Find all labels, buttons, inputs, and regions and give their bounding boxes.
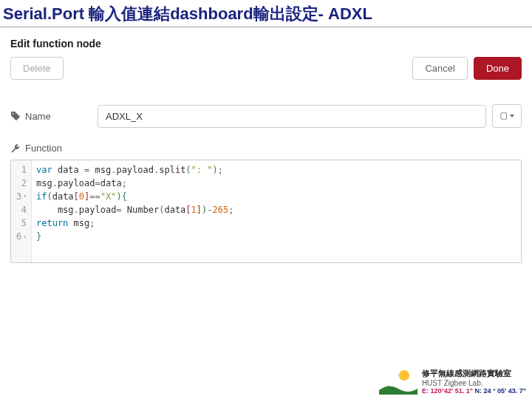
gutter-line: 4 <box>14 203 27 216</box>
edit-function-dialog: Edit function node Delete Cancel Done Na… <box>0 27 532 263</box>
name-row: Name <box>10 104 522 128</box>
caret-down-icon <box>510 115 514 117</box>
coord-east: E: 120°42' 51. 1" <box>422 387 473 395</box>
lab-logo-icon <box>379 366 417 395</box>
lab-name-zh: 修平無線感測網路實驗室 <box>422 368 526 379</box>
lab-coordinates: E: 120°42' 51. 1" N: 24 ° 05' 43. 7" <box>422 387 526 395</box>
coord-north: N: 24 ° 05' 43. 7" <box>474 387 526 395</box>
fold-icon[interactable]: ▾ <box>23 190 27 203</box>
book-icon <box>499 112 508 120</box>
code-line[interactable]: var data = msg.payload.split(": "); <box>36 163 516 177</box>
name-label-text: Name <box>25 111 51 122</box>
code-line[interactable]: if(data[0]=="X"){ <box>36 190 516 203</box>
delete-button[interactable]: Delete <box>10 57 64 80</box>
lab-name-en: HUST Zigbee Lab. <box>422 379 526 387</box>
gutter-line: 2 <box>14 177 27 190</box>
function-label-text: Function <box>25 143 62 154</box>
gutter-line: 5 <box>14 216 27 230</box>
code-line[interactable]: msg.payload=data; <box>36 177 516 190</box>
gutter-line: 3▾ <box>14 190 27 203</box>
library-button[interactable] <box>492 104 522 128</box>
slide-title: Serial.Port 輸入值連結dashboard輸出設定- ADXL <box>0 0 532 27</box>
code-line[interactable]: } <box>36 230 516 243</box>
gutter-line: 6▴ <box>14 230 27 243</box>
dialog-button-row: Delete Cancel Done <box>10 57 522 91</box>
editor-gutter: 123▾456▴ <box>11 160 32 262</box>
dialog-header: Edit function node <box>10 32 522 57</box>
code-editor[interactable]: 123▾456▴ var data = msg.payload.split(":… <box>10 160 522 263</box>
function-label: Function <box>10 143 92 154</box>
footer: 修平無線感測網路實驗室 HUST Zigbee Lab. E: 120°42' … <box>379 366 526 395</box>
gutter-line: 1 <box>14 163 27 177</box>
fold-icon[interactable]: ▴ <box>23 230 27 243</box>
code-line[interactable]: msg.payload= Number(data[1])-265; <box>36 203 516 216</box>
cancel-button[interactable]: Cancel <box>412 57 467 80</box>
done-button[interactable]: Done <box>474 57 522 80</box>
name-input[interactable] <box>98 105 486 128</box>
tag-icon <box>10 111 21 121</box>
code-line[interactable]: return msg; <box>36 216 516 230</box>
name-label: Name <box>10 111 92 122</box>
footer-text: 修平無線感測網路實驗室 HUST Zigbee Lab. E: 120°42' … <box>422 368 526 395</box>
function-row: Function <box>10 143 522 154</box>
editor-code[interactable]: var data = msg.payload.split(": ");msg.p… <box>32 160 521 262</box>
wrench-icon <box>10 143 21 154</box>
